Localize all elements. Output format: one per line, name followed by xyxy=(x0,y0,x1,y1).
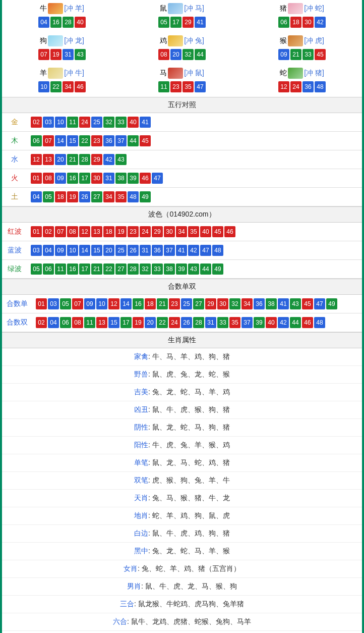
zodiac-conflict: [冲 鼠] xyxy=(184,69,204,77)
ball-35: 35 xyxy=(188,226,199,237)
attr-key: 男肖 xyxy=(127,582,141,590)
heshu-header: 合数单双 xyxy=(2,279,362,295)
ball-21: 21 xyxy=(290,49,301,60)
zodiac-conflict: [冲 龙] xyxy=(64,36,84,44)
ball-17: 17 xyxy=(120,317,132,328)
ball-13: 13 xyxy=(91,226,102,237)
ball-11: 11 xyxy=(84,317,95,328)
attr-key: 白边 xyxy=(134,529,148,537)
ball-27: 27 xyxy=(91,191,102,202)
attr-row: 双笔: 虎、猴、狗、兔、羊、牛 xyxy=(2,472,362,490)
ball-28: 28 xyxy=(128,263,139,275)
zodiac-猴: 猴[冲 虎]09213345 xyxy=(242,32,362,65)
zodiac-鸡: 鸡[冲 兔]08203244 xyxy=(122,32,242,65)
ball-45: 45 xyxy=(302,298,313,309)
zodiac-conflict: [冲 蛇] xyxy=(304,4,324,12)
zodiac-name: 马 xyxy=(160,69,167,77)
ball-13: 13 xyxy=(43,154,54,165)
ball-19: 19 xyxy=(50,49,62,60)
ball-35: 35 xyxy=(183,81,194,92)
ball-15: 15 xyxy=(91,245,102,256)
ball-48: 48 xyxy=(128,191,139,202)
attr-row: 三合: 鼠龙猴、牛蛇鸡、虎马狗、兔羊猪 xyxy=(2,596,362,613)
ball-46: 46 xyxy=(224,226,235,237)
ball-24: 24 xyxy=(140,226,151,237)
attr-value: 鼠、牛、虎、猴、狗、猪 xyxy=(152,405,230,413)
ball-47: 47 xyxy=(200,245,211,256)
ball-31: 31 xyxy=(140,245,151,256)
ball-05: 05 xyxy=(31,263,42,275)
ball-41: 41 xyxy=(278,298,289,309)
ball-04: 04 xyxy=(48,317,59,328)
ball-30: 30 xyxy=(217,298,228,309)
ball-06: 06 xyxy=(60,317,71,328)
ball-12: 12 xyxy=(79,226,90,237)
ball-38: 38 xyxy=(266,298,277,309)
ball-15: 15 xyxy=(108,317,119,328)
ball-11: 11 xyxy=(158,81,169,92)
zodiac-牛: 牛[冲 羊]04162840 xyxy=(2,0,122,32)
zodiac-羊: 羊[冲 牛]10223446 xyxy=(2,65,122,97)
ball-46: 46 xyxy=(302,317,313,328)
ball-31: 31 xyxy=(63,49,74,60)
attr-key: 野兽 xyxy=(134,370,148,378)
zodiac-icon xyxy=(288,68,303,79)
ball-16: 16 xyxy=(133,298,144,309)
ball-33: 33 xyxy=(217,317,228,328)
attr-key: 吉美 xyxy=(134,388,148,396)
ball-26: 26 xyxy=(181,317,192,328)
attr-row: 野兽: 鼠、虎、兔、龙、蛇、猴 xyxy=(2,366,362,384)
ball-14: 14 xyxy=(79,245,90,256)
ball-25: 25 xyxy=(115,245,127,256)
bose-table: 红波0102070812131819232429303435404546蓝波03… xyxy=(2,223,362,279)
zodiac-icon xyxy=(288,3,303,14)
ball-24: 24 xyxy=(169,317,180,328)
zodiac-狗: 狗[冲 龙]07193143 xyxy=(2,32,122,65)
ball-48: 48 xyxy=(212,245,223,256)
ball-43: 43 xyxy=(188,263,199,275)
row-label: 土 xyxy=(2,188,27,206)
zodiac-icon xyxy=(168,3,183,14)
attr-value: 鼠、龙、蛇、马、狗、猪 xyxy=(152,423,230,431)
ball-20: 20 xyxy=(145,317,156,328)
ball-42: 42 xyxy=(103,154,114,165)
ball-41: 41 xyxy=(140,117,151,128)
ball-33: 33 xyxy=(115,117,127,128)
attr-value: 鼠、牛、虎、龙、马、猴、狗 xyxy=(145,582,237,590)
zodiac-马: 马[冲 鼠]11233547 xyxy=(122,65,242,97)
row-label: 红波 xyxy=(2,223,27,241)
zodiac-icon xyxy=(288,35,303,46)
ball-45: 45 xyxy=(212,226,223,237)
ball-32: 32 xyxy=(229,298,240,309)
row-balls: 06071415222336374445 xyxy=(27,132,362,150)
ball-11: 11 xyxy=(55,263,66,275)
ball-44: 44 xyxy=(290,317,301,328)
zodiac-name: 鸡 xyxy=(160,36,167,44)
wuxing-table: 金02031011242532334041木060714152223363744… xyxy=(2,113,362,206)
ball-18: 18 xyxy=(290,17,301,28)
ball-34: 34 xyxy=(176,226,187,237)
ball-10: 10 xyxy=(55,117,66,128)
ball-21: 21 xyxy=(67,154,78,165)
attr-row: 地肖: 蛇、羊、鸡、狗、鼠、虎 xyxy=(2,507,362,525)
ball-02: 02 xyxy=(36,317,47,328)
ball-42: 42 xyxy=(315,17,326,28)
ball-12: 12 xyxy=(108,298,119,309)
attr-value: 兔、龙、蛇、马、羊、猴 xyxy=(152,547,230,555)
attr-value: 兔、蛇、羊、鸡、猪（五宫肖） xyxy=(142,564,240,572)
attr-value: 鼠龙猴、牛蛇鸡、虎马狗、兔羊猪 xyxy=(138,600,244,608)
ball-21: 21 xyxy=(157,298,168,309)
ball-25: 25 xyxy=(181,298,192,309)
ball-35: 35 xyxy=(229,317,240,328)
ball-02: 02 xyxy=(31,117,42,128)
ball-43: 43 xyxy=(75,49,86,60)
ball-28: 28 xyxy=(79,154,90,165)
ball-23: 23 xyxy=(91,135,102,146)
ball-25: 25 xyxy=(91,117,102,128)
ball-28: 28 xyxy=(63,17,74,28)
ball-30: 30 xyxy=(164,226,175,237)
ball-31: 31 xyxy=(103,173,114,184)
ball-49: 49 xyxy=(212,263,223,275)
ball-39: 39 xyxy=(128,173,139,184)
ball-05: 05 xyxy=(60,298,71,309)
